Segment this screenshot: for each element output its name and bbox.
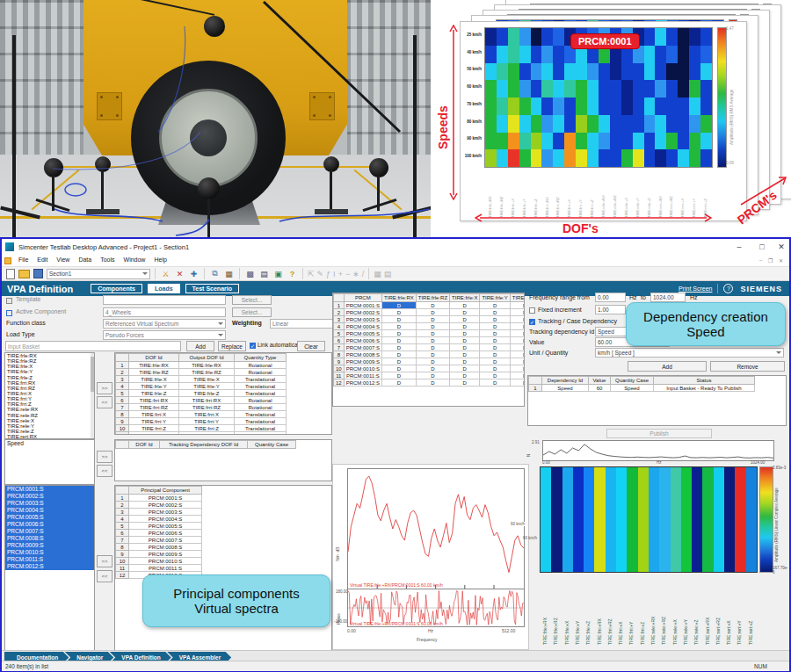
- table-cell[interactable]: D: [450, 344, 480, 351]
- template-select-button[interactable]: Select...: [232, 295, 272, 305]
- table-cell[interactable]: PRCM:0005:S: [344, 330, 381, 337]
- snapshot-icon[interactable]: ▣: [272, 268, 284, 279]
- table-cell[interactable]: TIRE:frle:Z: [179, 390, 235, 397]
- menu-item-data[interactable]: Data: [74, 256, 96, 264]
- tab-loads[interactable]: Loads: [148, 284, 180, 293]
- table-cell[interactable]: D: [382, 316, 417, 323]
- table-row[interactable]: 7PRCM:0007:S: [116, 537, 202, 544]
- menu-item-help[interactable]: Help: [149, 256, 171, 264]
- move-left-button[interactable]: <<: [97, 396, 112, 408]
- table-row[interactable]: 5TIRE:frle:ZTIRE:frle:ZTranslational: [116, 390, 287, 397]
- table-row[interactable]: 8PRCM:0008:S: [116, 544, 202, 551]
- table-cell[interactable]: TIRE:frri:RX: [129, 397, 179, 404]
- table-cell[interactable]: D: [480, 358, 510, 365]
- table-cell[interactable]: D: [480, 379, 510, 387]
- move-right-button[interactable]: >>: [97, 382, 112, 394]
- table-cell[interactable]: PRCM:0007:S: [344, 344, 381, 351]
- table-cell[interactable]: Speed: [542, 385, 589, 392]
- table-row[interactable]: 11TIRE:rele:RXTIRE:rele:RXRotational: [116, 432, 287, 436]
- table-row[interactable]: 3PRCM:0003:SDDDDDD: [334, 316, 526, 323]
- table-cell[interactable]: TIRE:frle:RX: [129, 362, 179, 369]
- curve-tool-icon[interactable]: ƒ: [326, 270, 330, 278]
- table-cell[interactable]: TIRE:frri:X: [129, 411, 179, 418]
- table-row[interactable]: 5PRCM:0005:SDDDDDD: [334, 330, 526, 337]
- table-cell[interactable]: PRCM:0002:S: [344, 309, 381, 316]
- table-cell[interactable]: 60: [589, 385, 611, 392]
- table-cell[interactable]: D: [480, 323, 510, 330]
- table-cell[interactable]: D: [382, 323, 417, 330]
- table-row[interactable]: 10PRCM:0010:SDDDDDD: [334, 365, 526, 372]
- menu-item-file[interactable]: File: [14, 256, 33, 264]
- table-cell[interactable]: TIRE:frle:RZ: [129, 369, 179, 376]
- table-cell[interactable]: D: [510, 337, 525, 344]
- table-cell[interactable]: PRCM:0004:S: [344, 323, 381, 330]
- table-cell[interactable]: D: [416, 309, 449, 316]
- print-icon[interactable]: ▤: [258, 268, 270, 279]
- list-item[interactable]: PRCM:0002:S: [5, 493, 94, 500]
- print-preview-icon[interactable]: ▩: [244, 268, 256, 279]
- table-row[interactable]: 1PRCM:0001:SDDDDDD: [334, 302, 526, 309]
- table-cell[interactable]: D: [382, 302, 417, 309]
- table-cell[interactable]: D: [382, 379, 417, 387]
- list-item[interactable]: PRCM:0005:S: [5, 514, 94, 521]
- table-cell[interactable]: TIRE:frle:RX: [179, 362, 235, 369]
- table-cell[interactable]: PRCM:0004:S: [129, 516, 202, 523]
- table-cell[interactable]: Translational: [235, 425, 287, 432]
- table-cell[interactable]: PRCM:0002:S: [129, 502, 202, 509]
- table-cell[interactable]: TIRE:frri:RX: [179, 397, 235, 404]
- table-row[interactable]: 12PRCM:0012:SDDDDDD: [334, 379, 526, 387]
- list-item[interactable]: PRCM:0011:S: [5, 556, 94, 563]
- close-button[interactable]: ✕: [772, 242, 791, 251]
- table-cell[interactable]: Translational: [235, 383, 287, 390]
- table-cell[interactable]: PRCM:0011:S: [129, 565, 202, 572]
- table-row[interactable]: 6PRCM:0006:S: [116, 530, 202, 537]
- table-row[interactable]: 5PRCM:0005:S: [116, 523, 202, 530]
- table-cell[interactable]: D: [510, 330, 525, 337]
- multiply-tool-icon[interactable]: ∗: [352, 270, 359, 278]
- table-cell[interactable]: TIRE:frle:Y: [129, 383, 179, 390]
- table-row[interactable]: 4PRCM:0004:SDDDDDD: [334, 323, 526, 330]
- copy-icon[interactable]: ⧉: [209, 268, 221, 279]
- table-cell[interactable]: D: [416, 323, 449, 330]
- table-row[interactable]: 4PRCM:0004:S: [116, 516, 202, 523]
- table-cell[interactable]: TIRE:frri:RZ: [179, 404, 235, 411]
- table-row[interactable]: 8PRCM:0008:SDDDDDD: [334, 351, 526, 358]
- table-row[interactable]: 2PRCM:0002:SDDDDDD: [334, 309, 526, 316]
- document-menu-icon[interactable]: [4, 257, 11, 264]
- table-cell[interactable]: PRCM:0001:S: [129, 495, 202, 502]
- table-cell[interactable]: D: [480, 351, 510, 358]
- basket-add-button[interactable]: Add: [186, 341, 214, 351]
- paste-icon[interactable]: ▦: [223, 268, 235, 279]
- table-row[interactable]: 7PRCM:0007:SDDDDDD: [334, 344, 526, 351]
- table-row[interactable]: 11PRCM:0011:S: [116, 565, 202, 572]
- menu-item-edit[interactable]: Edit: [33, 256, 52, 264]
- section-combobox[interactable]: Section1: [47, 269, 150, 279]
- table-cell[interactable]: Speed: [611, 385, 654, 392]
- table-cell[interactable]: D: [416, 302, 449, 309]
- table-cell[interactable]: D: [416, 330, 449, 337]
- table-cell[interactable]: PRCM:0009:S: [129, 551, 202, 558]
- table-cell[interactable]: D: [480, 330, 510, 337]
- function-class-combobox[interactable]: Referenced Virtual Spectrum: [103, 319, 226, 329]
- input-basket-field[interactable]: Input Basket: [5, 341, 181, 351]
- list-item[interactable]: PRCM:0007:S: [5, 528, 94, 535]
- table-cell[interactable]: D: [480, 365, 510, 372]
- table-cell[interactable]: TIRE:frri:RZ: [129, 404, 179, 411]
- wizard-icon[interactable]: ⚔: [160, 268, 171, 279]
- menu-item-view[interactable]: View: [52, 256, 74, 264]
- table-cell[interactable]: Input Basket - Ready To Publish: [654, 385, 755, 392]
- table-cell[interactable]: PRCM:0006:S: [344, 337, 381, 344]
- list-item[interactable]: PRCM:0008:S: [5, 535, 94, 542]
- table-cell[interactable]: D: [450, 358, 480, 365]
- list-item[interactable]: PRCM:0010:S: [5, 549, 94, 556]
- table-cell[interactable]: D: [480, 337, 510, 344]
- table-cell[interactable]: Translational: [235, 390, 287, 397]
- table-cell[interactable]: D: [382, 351, 417, 358]
- table-row[interactable]: 9PRCM:0009:SDDDDDD: [334, 358, 526, 365]
- print-screen-link[interactable]: Print Screen: [679, 285, 713, 292]
- table-cell[interactable]: D: [416, 351, 449, 358]
- table-cell[interactable]: D: [382, 344, 417, 351]
- table-row[interactable]: 7TIRE:frri:RZTIRE:frri:RZRotational: [116, 404, 287, 411]
- move-left-button[interactable]: <<: [97, 465, 112, 477]
- table-cell[interactable]: TIRE:frle:RZ: [179, 369, 235, 376]
